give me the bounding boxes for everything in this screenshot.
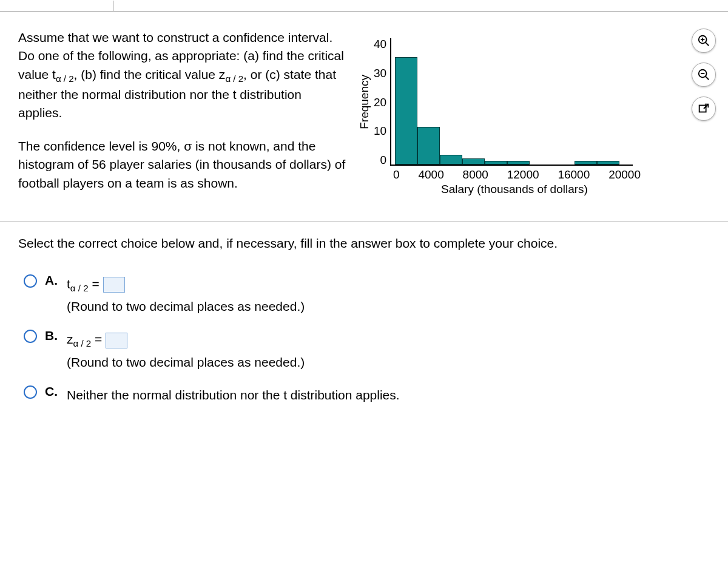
choice-letter-c: C. [45,384,61,399]
choice-c: C. Neither the normal distribution nor t… [18,384,710,406]
histogram-bar [575,161,597,165]
choice-c-text: Neither the normal distribution nor the … [67,388,400,402]
choice-b-hint: (Round to two decimal places as needed.) [67,355,305,369]
histogram-plot-area [390,38,633,166]
zoom-in-button[interactable] [692,29,716,53]
ytick: 0 [380,154,387,166]
xtick: 8000 [463,168,488,182]
choice-letter-a: A. [45,273,61,288]
ytick: 40 [374,38,386,50]
choice-letter-b: B. [45,328,61,343]
alpha-sub-2: α / 2 [225,73,243,84]
choice-a: A. tα / 2 = (Round to two decimal places… [18,273,710,318]
radio-b[interactable] [24,330,37,343]
choice-b-prefix: z [67,332,73,346]
choice-b-suffix: = [91,332,106,346]
histogram-bar [597,161,619,165]
choice-a-suffix: = [89,277,103,291]
answer-input-b[interactable] [106,333,127,348]
svg-rect-7 [699,106,706,112]
zoom-in-icon [697,34,710,47]
ytick: 10 [374,125,386,137]
instruction-prompt: Select the correct choice below and, if … [18,234,710,252]
xtick: 20000 [608,168,641,182]
histogram-bar [485,161,507,165]
y-axis-label: Frequency [358,63,371,141]
ytick: 20 [374,97,386,108]
alpha-sub-b: α / 2 [73,338,92,348]
alpha-sub-a: α / 2 [70,283,89,293]
ytick: 30 [374,67,386,79]
zoom-out-icon [697,68,710,81]
svg-line-1 [706,42,709,46]
histogram-chart: Frequency 40 30 20 10 0 0 4000 8000 1200… [358,29,710,196]
alpha-sub-1: α / 2 [56,73,74,84]
histogram-bar [462,158,485,165]
problem-para1-b: , (b) find the critical value z [74,67,226,81]
choice-a-hint: (Round to two decimal places as needed.) [67,299,305,313]
radio-c[interactable] [24,385,37,399]
x-axis-label: Salary (thousands of dollars) [393,183,636,196]
x-axis-ticks: 0 4000 8000 12000 16000 20000 [393,168,641,182]
histogram-bar [417,127,440,165]
xtick: 4000 [418,168,443,182]
histogram-bar [507,161,530,165]
svg-line-5 [706,76,709,80]
histogram-bar [395,57,417,165]
popout-icon [697,102,710,115]
xtick: 0 [393,168,400,182]
radio-a[interactable] [24,274,37,288]
choice-b: B. zα / 2 = (Round to two decimal places… [18,328,710,373]
xtick: 16000 [558,168,590,182]
popout-button[interactable] [692,97,716,121]
histogram-bar [440,155,462,165]
y-axis-ticks: 40 30 20 10 0 [374,38,388,166]
xtick: 12000 [507,168,539,182]
problem-para2: The confidence level is 90%, σ is not kn… [18,137,346,192]
zoom-out-button[interactable] [692,63,716,87]
problem-statement: Assume that we want to construct a confi… [18,29,346,207]
answer-input-a[interactable] [103,277,125,293]
